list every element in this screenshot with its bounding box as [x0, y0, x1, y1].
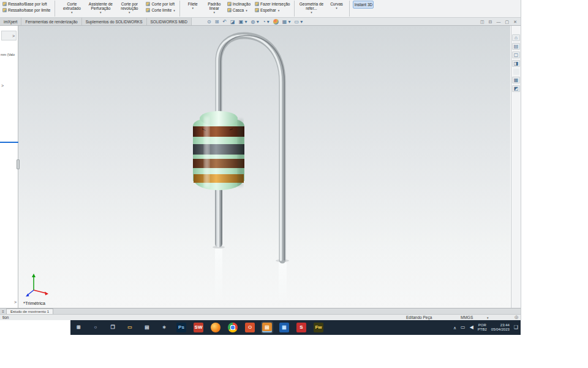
- dropdown-caret-icon[interactable]: ▾: [129, 11, 130, 14]
- file-explorer-icon[interactable]: ▭: [125, 323, 135, 332]
- custom-properties-icon[interactable]: ▦: [512, 77, 520, 83]
- motion-menu-icon[interactable]: ≡: [0, 309, 6, 314]
- task-view-button[interactable]: ❐: [108, 323, 118, 332]
- ribbon-item-label: Casca: [233, 8, 244, 12]
- previous-view-icon[interactable]: ↶: [222, 20, 227, 25]
- panel-header[interactable]: >: [1, 31, 17, 40]
- resistor-3d-model[interactable]: [18, 26, 510, 308]
- tab-dimxpert[interactable]: imXpert: [0, 18, 21, 25]
- graphics-viewport[interactable]: *Trimétrica: [18, 26, 511, 308]
- dropdown-caret-icon[interactable]: ▾: [192, 7, 194, 10]
- taskbar-clock[interactable]: 23:44 05/04/2023: [491, 323, 510, 332]
- expand-arrow-icon[interactable]: >: [14, 300, 17, 304]
- solidworks-icon[interactable]: SW: [194, 323, 203, 332]
- firefox-icon[interactable]: [211, 323, 221, 332]
- ribbon-item-reference-geometry[interactable]: Geometria de refer... ▾: [298, 1, 325, 14]
- appearances-icon[interactable]: [513, 69, 519, 75]
- edit-appearance-icon[interactable]: [273, 19, 279, 25]
- ribbon-item-label: Corte extrudado: [58, 2, 85, 10]
- ribbon-item-loft-boss[interactable]: Ressalto/Base por loft: [1, 1, 51, 7]
- solidworks-window: Ressalto/Base por loft Ressalto/base por…: [0, 0, 521, 320]
- tray-chevron-icon[interactable]: ∧: [453, 326, 456, 330]
- settings-icon[interactable]: ∗: [159, 323, 169, 332]
- ribbon-item-revolved-cut[interactable]: Corte por revolução ▾: [116, 1, 143, 14]
- restore-icon[interactable]: ▢: [505, 20, 510, 25]
- mirror-icon: [255, 8, 259, 12]
- minimize-icon[interactable]: —: [497, 20, 501, 24]
- dropdown-caret-icon[interactable]: ▾: [214, 11, 216, 14]
- ribbon-item-hole-wizard[interactable]: Assistente de Perfuração ▾: [87, 1, 114, 14]
- zoom-to-area-icon[interactable]: ⊞: [215, 20, 219, 25]
- ribbon-item-fillet[interactable]: Filete ▾: [183, 1, 203, 10]
- status-tag-icon[interactable]: ◎: [514, 315, 518, 320]
- section-view-icon[interactable]: ◪: [230, 20, 235, 25]
- dropdown-caret-icon[interactable]: ▾: [336, 7, 337, 10]
- display-style-icon[interactable]: ◍ ▾: [251, 20, 258, 25]
- pane-toggle-icon[interactable]: ◫: [480, 20, 484, 25]
- dropdown-caret-icon[interactable]: ▾: [71, 11, 73, 14]
- active-app-icon[interactable]: ▤: [262, 323, 272, 332]
- ribbon-item-curves[interactable]: Curvas ▾: [326, 1, 346, 10]
- fireworks-icon[interactable]: Fw: [314, 323, 323, 332]
- zoom-to-fit-icon[interactable]: ⊙: [207, 20, 211, 25]
- desktop-screen: Ressalto/Base por loft Ressalto/base por…: [0, 0, 588, 368]
- ribbon-item-linear-pattern[interactable]: Padrão linear ▾: [205, 1, 224, 14]
- ribbon-item-shell[interactable]: Casca ▾: [226, 7, 252, 13]
- ribbon-item-mirror[interactable]: Espelhar ▾: [254, 7, 291, 13]
- cortana-search-button[interactable]: ○: [91, 323, 100, 332]
- motion-tab-label: Estudo de movimento 1: [10, 310, 49, 313]
- dropdown-caret-icon[interactable]: ▾: [278, 9, 280, 12]
- language-indicator[interactable]: POR PTB2: [478, 323, 487, 332]
- solidworks-resources-icon[interactable]: ⌂: [512, 34, 520, 41]
- dropdown-caret-icon[interactable]: ▾: [173, 9, 175, 12]
- clock-time: 23:44: [491, 323, 510, 328]
- ribbon-item-boundary-boss[interactable]: Ressalto/base por limite: [1, 7, 51, 13]
- store-icon[interactable]: ▤: [142, 323, 152, 332]
- display-tray-icon[interactable]: ▭: [461, 325, 466, 330]
- app-red-s-icon[interactable]: S: [296, 323, 306, 332]
- ribbon-item-label: Geometria de refer...: [298, 2, 325, 10]
- expand-arrow-icon[interactable]: >: [1, 83, 4, 88]
- motion-study-tab[interactable]: Estudo de movimento 1: [6, 309, 53, 314]
- tab-solidworks-mbd[interactable]: SOLIDWORKS MBD: [147, 18, 192, 25]
- dropdown-caret-icon[interactable]: ▾: [100, 11, 102, 14]
- grid-toggle-icon[interactable]: ⊟: [489, 20, 492, 25]
- view-palette-icon[interactable]: ◨: [512, 60, 520, 67]
- apply-scene-icon[interactable]: ▦ ▾: [282, 20, 291, 25]
- app-red-orange-icon[interactable]: O: [245, 323, 255, 332]
- ribbon-item-draft[interactable]: Inclinação: [226, 1, 252, 7]
- volume-tray-icon[interactable]: ◀: [470, 325, 473, 330]
- dropdown-caret-icon[interactable]: ▾: [246, 9, 247, 12]
- units-selector[interactable]: MMGS: [461, 315, 473, 320]
- view-settings-icon[interactable]: ▭ ▾: [295, 20, 303, 25]
- ribbon-item-intersect[interactable]: Fazer interseção: [254, 1, 291, 7]
- dropdown-caret-icon[interactable]: ▾: [311, 11, 312, 14]
- expand-arrow-icon[interactable]: >: [12, 34, 15, 38]
- tab-solidworks-addins[interactable]: Suplementos do SOLIDWORKS: [82, 18, 147, 25]
- ribbon-item-instant-3d[interactable]: Instant 3D: [353, 1, 374, 9]
- view-orientation-icon[interactable]: ▣ ▾: [239, 20, 247, 25]
- forum-icon[interactable]: ◩: [512, 85, 520, 92]
- ribbon-item-loft-cut[interactable]: Corte por loft: [145, 1, 176, 7]
- hide-show-items-icon[interactable]: ◔ ▾: [263, 20, 270, 25]
- file-explorer-icon[interactable]: ▢: [512, 52, 520, 58]
- tab-render-tools[interactable]: Ferramentas de renderização: [21, 18, 81, 25]
- ribbon-item-label: Corte por loft: [151, 2, 175, 6]
- taskbar-icons: ⊞ ○ ❐ ▭ ▤ ∗ Ps SW O ▤ ▦ S Fw: [74, 323, 323, 332]
- tree-item-fragment: mm (Valo: [1, 53, 18, 56]
- windows-taskbar: ⊞ ○ ❐ ▭ ▤ ∗ Ps SW O ▤ ▦ S Fw ∧ ▭ ◀ POR P…: [70, 320, 521, 335]
- photoshop-icon[interactable]: Ps: [176, 323, 186, 332]
- action-center-icon[interactable]: ❏: [514, 325, 518, 330]
- chrome-icon[interactable]: [228, 323, 238, 332]
- command-manager-tabbar: imXpert Ferramentas de renderização Supl…: [0, 18, 521, 26]
- heads-up-view-toolbar: ⊙ ⊞ ↶ ◪ ▣ ▾ ◍ ▾ ◔ ▾ ▦ ▾ ▭ ▾: [207, 18, 303, 26]
- app-blue-grid-icon[interactable]: ▦: [279, 323, 289, 332]
- design-library-icon[interactable]: ▤: [512, 43, 520, 50]
- units-caret-icon[interactable]: ▾: [487, 316, 489, 320]
- start-button[interactable]: ⊞: [74, 323, 83, 332]
- ribbon-item-extruded-cut[interactable]: Corte extrudado ▾: [58, 1, 85, 14]
- ribbon-item-label: Espelhar: [260, 8, 276, 12]
- panel-splitter-handle[interactable]: [17, 159, 20, 169]
- close-icon[interactable]: ✕: [513, 20, 517, 25]
- ribbon-item-boundary-cut[interactable]: Corte limite ▾: [145, 7, 176, 13]
